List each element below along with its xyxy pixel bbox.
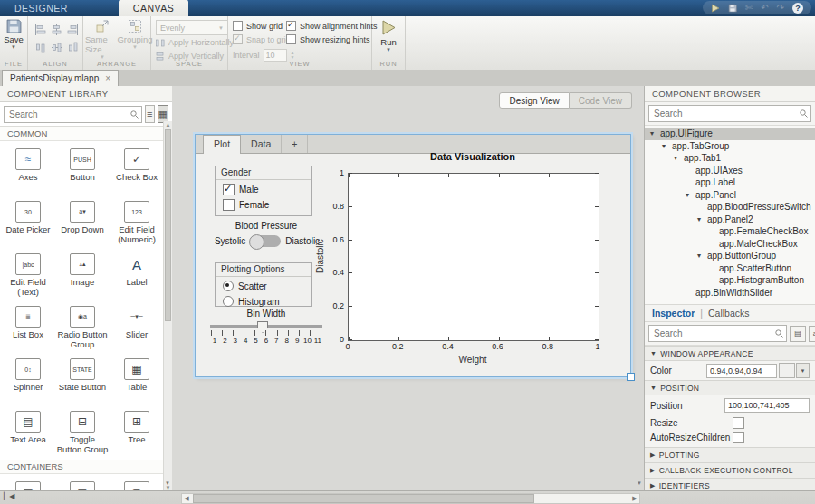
library-component[interactable]: ─▾─ Slider [110, 302, 164, 355]
tree-item[interactable]: ▾ app.Tab1 [645, 152, 815, 165]
library-section-containers[interactable]: CONTAINERS [0, 460, 172, 474]
gender-panel[interactable]: Gender Male Female [215, 166, 312, 216]
apply-vertically-button[interactable]: Apply Vertically [156, 52, 224, 61]
splitter-collapse-icon[interactable]: ▼ [637, 480, 642, 486]
gender-checkbox-row[interactable]: Male [216, 180, 311, 195]
expand-arrow-icon[interactable]: ▾ [697, 252, 707, 260]
interval-spinner[interactable]: ▲▼ [291, 51, 295, 60]
run-caret[interactable]: ▼ [386, 48, 391, 52]
tree-item[interactable]: ▾ app.Panel2 [645, 214, 815, 226]
bin-width-slider[interactable]: 1234567891011 [210, 320, 322, 345]
scrollbar-thumb[interactable] [193, 494, 534, 503]
show-grid-box[interactable] [233, 21, 243, 31]
save-icon[interactable] [728, 4, 737, 13]
switch-knob[interactable] [249, 234, 264, 250]
blood-pressure-switch[interactable]: Systolic Diastolic [206, 235, 328, 247]
library-component[interactable]: STATE State Button [55, 355, 110, 407]
library-component[interactable]: ▦ [1, 478, 55, 491]
uifigure[interactable]: Plot Data + Gender Male [195, 134, 631, 377]
show-alignment-hints-checkbox[interactable]: Show alignment hints [286, 21, 378, 31]
expand-arrow-icon[interactable]: ▾ [662, 142, 672, 150]
plotting-radio-row[interactable]: Histogram [216, 292, 311, 308]
radio-button[interactable] [223, 281, 234, 291]
tree-item[interactable]: app.HistogramButton [645, 274, 815, 287]
browser-search-box[interactable] [648, 105, 811, 122]
library-component[interactable]: ⊞ Tree [110, 407, 164, 460]
library-component[interactable]: PUSH Button [55, 145, 110, 197]
undo-icon[interactable]: ↶ [761, 1, 768, 14]
uiaxes[interactable]: Data Visualization [317, 149, 627, 372]
tree-item[interactable]: ▾ app.UIFigure [645, 128, 815, 140]
expand-arrow-icon[interactable]: ▾ [697, 215, 707, 223]
scroll-left-icon[interactable]: ◀ [182, 495, 191, 502]
tab-designer[interactable]: DESIGNER [0, 0, 82, 16]
interval-input[interactable] [264, 49, 287, 62]
tree-item[interactable]: ▾ app.ButtonGroup [645, 250, 815, 262]
expand-arrow-icon[interactable]: ▾ [674, 154, 684, 162]
tree-item[interactable]: ▾ app.Panel [645, 189, 815, 202]
grouping-button[interactable]: Grouping ▼ [120, 19, 149, 49]
checkbox[interactable] [223, 184, 235, 195]
design-view-button[interactable]: Design View [499, 92, 569, 109]
align-bottom-icon[interactable] [65, 39, 81, 56]
library-component[interactable]: ▵▴ Image [55, 250, 110, 302]
align-right-icon[interactable] [65, 21, 81, 38]
scroll-right-icon[interactable]: ▶ [630, 495, 639, 502]
figure-resize-handle[interactable] [627, 373, 635, 381]
list-view-button[interactable]: ≡ [145, 105, 155, 123]
show-resizing-hints-box[interactable] [286, 34, 296, 44]
tree-item[interactable]: app.BinWidthSlider [645, 287, 815, 300]
code-view-button[interactable]: Code View [570, 92, 632, 109]
save-button[interactable]: Save ▼ [3, 19, 24, 49]
tree-item[interactable]: app.UIAxes [645, 165, 815, 177]
color-swatch[interactable] [779, 363, 795, 378]
run-button[interactable]: Run ▼ [378, 19, 399, 52]
library-component[interactable]: 123 Edit Field (Numeric) [110, 197, 164, 250]
tab-callbacks[interactable]: Callbacks [708, 308, 750, 319]
save-dropdown-caret[interactable]: ▼ [11, 45, 16, 49]
inspector-search-input[interactable] [652, 328, 775, 339]
document-tab[interactable]: PatientsDisplay.mlapp × [2, 70, 119, 86]
library-component[interactable]: ≈ Axes [1, 145, 55, 197]
app-tab[interactable]: + [282, 135, 308, 153]
run-icon[interactable] [711, 4, 720, 13]
library-component[interactable]: A Label [110, 250, 164, 302]
tab-inspector[interactable]: Inspector [652, 308, 695, 319]
tree-item[interactable]: app.BloodPressureSwitch [645, 201, 815, 214]
help-icon[interactable]: ? [792, 3, 803, 14]
checkbox[interactable] [223, 199, 235, 211]
show-resizing-hints-checkbox[interactable]: Show resizing hints [286, 34, 370, 44]
library-component[interactable]: ≣ List Box [1, 302, 55, 355]
tree-item[interactable]: app.ScatterButton [645, 262, 815, 275]
tree-item[interactable]: app.FemaleCheckBox [645, 225, 815, 238]
align-middle-icon[interactable] [49, 39, 64, 56]
library-search-input[interactable] [7, 109, 130, 120]
color-dropdown[interactable]: ▼ [796, 363, 810, 378]
library-component[interactable]: a▾ Drop Down [55, 197, 110, 250]
library-component[interactable]: 30 Date Picker [1, 197, 55, 250]
snap-to-grid-box[interactable] [233, 34, 243, 44]
category-view-icon[interactable]: ▤ [790, 326, 806, 342]
redo-icon[interactable]: ↷ [777, 1, 784, 14]
browser-search-input[interactable] [652, 108, 800, 119]
app-tab[interactable]: Plot [203, 135, 241, 154]
radio-button[interactable] [223, 296, 234, 307]
cut-icon[interactable]: ✄ [745, 1, 753, 14]
resize-checkbox[interactable] [733, 417, 744, 429]
align-left-icon[interactable] [33, 21, 48, 38]
library-scrollbar[interactable]: ▲ ▼ [163, 121, 172, 491]
library-component[interactable]: |abc Edit Field (Text) [1, 250, 55, 302]
show-alignment-hints-box[interactable] [286, 21, 296, 31]
plotting-radio-row[interactable]: Scatter [216, 277, 311, 292]
plotting-options-panel[interactable]: Plotting Options Scatter Histogram [215, 262, 312, 307]
library-component[interactable]: ✓ Check Box [110, 145, 164, 197]
autoresizechildren-checkbox[interactable] [733, 432, 744, 443]
align-center-icon[interactable] [49, 21, 64, 38]
snap-to-grid-checkbox[interactable]: Snap to grid [233, 34, 291, 44]
slider-track[interactable] [210, 325, 322, 328]
same-size-button[interactable]: Same Size ▼ [85, 19, 120, 59]
show-grid-checkbox[interactable]: Show grid [233, 21, 283, 31]
inspector-section-header[interactable]: ▶ IDENTIFIERS [645, 478, 815, 491]
canvas-horizontal-scrollbar[interactable]: ◀ ▶ [181, 493, 640, 504]
library-scrollbar-thumb[interactable] [165, 129, 171, 321]
